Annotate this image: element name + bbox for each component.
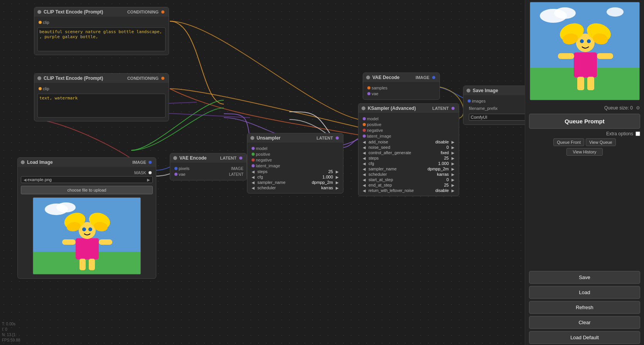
clip-text-encode-1-output-label: CONDITIONING xyxy=(127,10,166,14)
unsampler-row-cfg[interactable]: ◀cfg1.000▶ xyxy=(250,175,340,179)
unsampler-node: Unsampler LATENT model positive negative… xyxy=(247,133,343,194)
refresh-button[interactable]: Refresh xyxy=(529,301,640,314)
svg-point-3 xyxy=(56,202,76,212)
svg-rect-31 xyxy=(577,77,584,90)
gear-icon[interactable]: ⚙ xyxy=(636,105,640,111)
ksampler-row-leftover[interactable]: ◀return_with_leftover_noisedisable▶ xyxy=(362,188,456,193)
svg-rect-13 xyxy=(99,239,112,245)
stat-n: N: 13 [1: xyxy=(2,332,20,338)
clip-text-encode-1-title: CLIP Text Encode (Prompt) xyxy=(44,9,103,15)
svg-rect-4 xyxy=(76,238,99,259)
node-dot-save xyxy=(467,89,470,93)
clip-text-encode-1-textarea[interactable]: beautiful scenery nature glass bottle la… xyxy=(37,27,166,51)
queue-prompt-button[interactable]: Queue Prompt xyxy=(529,114,640,129)
vae-encode-header: VAE Encode LATENT xyxy=(170,153,247,163)
svg-point-24 xyxy=(587,39,591,43)
queue-size-row: Queue size: 0 ⚙ xyxy=(525,102,644,112)
unsampler-row-scheduler[interactable]: ◀schedulerkarras▶ xyxy=(250,185,340,190)
stat-time: T: 0.00s xyxy=(2,321,20,327)
node-dot xyxy=(37,10,41,14)
unsampler-row-steps[interactable]: ◀steps25▶ xyxy=(250,169,340,174)
load-image-preview xyxy=(33,198,141,274)
load-image-title: Load Image xyxy=(27,160,53,165)
svg-rect-15 xyxy=(89,259,95,270)
node-dot-vaee xyxy=(173,156,177,160)
svg-point-20 xyxy=(607,7,624,17)
svg-point-19 xyxy=(554,7,576,19)
ksampler-row-noise-seed[interactable]: ◀noise_seed0▶ xyxy=(362,145,456,150)
ksampler-row-steps[interactable]: ◀steps25▶ xyxy=(362,156,456,160)
vae-encode-body: pixels IMAGE vae LATENT xyxy=(170,163,247,180)
vae-encode-node: VAE Encode LATENT pixels IMAGE vae LATEN… xyxy=(170,153,247,180)
svg-rect-29 xyxy=(558,53,574,59)
svg-point-23 xyxy=(580,39,584,43)
svg-rect-14 xyxy=(79,259,86,270)
vae-decode-output: IMAGE xyxy=(416,75,436,80)
save-image-node: Save Image images filename_prefix xyxy=(463,86,525,125)
ksampler-body: model positive negative latent_image ◀ad… xyxy=(358,113,459,196)
stat-fps: FPS:59.88 xyxy=(2,338,20,343)
node-dot-uns xyxy=(250,136,254,140)
ksampler-row-cfg[interactable]: ◀cfg1.000▶ xyxy=(362,161,456,166)
svg-rect-21 xyxy=(574,52,597,77)
save-button[interactable]: Save xyxy=(529,271,640,284)
unsampler-row-sampler[interactable]: ◀sampler_namedpmpp_2m▶ xyxy=(250,180,340,185)
svg-rect-32 xyxy=(587,77,594,90)
clip-text-encode-2-body: clip text, watermark xyxy=(34,83,169,121)
filename-input[interactable] xyxy=(469,114,525,121)
clip-text-encode-2-textarea[interactable]: text, watermark xyxy=(37,94,166,118)
ksampler-row-scheduler[interactable]: ◀schedulerkarras▶ xyxy=(362,172,456,177)
svg-rect-12 xyxy=(62,239,76,245)
vae-decode-header: VAE Decode IMAGE xyxy=(363,73,439,82)
next-image-btn[interactable]: ▶ xyxy=(146,178,151,182)
extra-options-checkbox[interactable] xyxy=(636,131,640,136)
unsampler-output: LATENT xyxy=(316,136,340,140)
ksampler-row-add-noise[interactable]: ◀add_noisedisable▶ xyxy=(362,140,456,144)
clip-text-encode-2-header: CLIP Text Encode (Prompt) CONDITIONING xyxy=(34,74,169,83)
ksampler-row-start[interactable]: ◀start_at_step0▶ xyxy=(362,177,456,182)
load-default-button[interactable]: Load Default xyxy=(529,331,640,344)
load-image-node: Load Image IMAGE MASK ◀ example.png ▶ ch… xyxy=(17,157,156,279)
ksampler-advanced-node: KSampler (Advanced) LATENT model positiv… xyxy=(358,103,459,196)
save-image-body: images filename_prefix xyxy=(463,95,525,125)
vae-encode-title: VAE Encode xyxy=(179,155,206,161)
load-image-body: MASK ◀ example.png ▶ choose file to uplo… xyxy=(18,167,156,278)
view-history-button[interactable]: View History xyxy=(566,148,603,156)
ksampler-title: KSampler (Advanced) xyxy=(368,106,416,111)
node-dot-vae xyxy=(366,76,370,79)
filename-input-row[interactable] xyxy=(467,112,525,122)
svg-point-7 xyxy=(88,227,92,231)
load-image-header: Load Image IMAGE xyxy=(18,158,156,167)
unsampler-body: model positive negative latent_image ◀st… xyxy=(247,143,343,193)
right-panel-cartoon xyxy=(530,2,640,100)
sub-buttons-row: Queue Front View Queue xyxy=(525,137,644,147)
extra-options-row: Extra options xyxy=(525,130,644,137)
view-queue-button[interactable]: View Queue xyxy=(586,138,616,146)
view-history-row: View History xyxy=(525,147,644,157)
unsampler-header: Unsampler LATENT xyxy=(247,133,343,143)
ksampler-row-end[interactable]: ◀end_at_step25▶ xyxy=(362,183,456,187)
clear-button[interactable]: Clear xyxy=(529,316,640,329)
canvas-area[interactable]: CLIP Text Encode (Prompt) CONDITIONING c… xyxy=(0,0,525,345)
clip-text-encode-node-2: CLIP Text Encode (Prompt) CONDITIONING c… xyxy=(34,73,169,121)
clip-text-encode-2-output: CONDITIONING xyxy=(127,76,166,81)
vae-decode-body: samples vae xyxy=(363,82,439,99)
ksampler-row-sampler[interactable]: ◀sampler_namedpmpp_2m▶ xyxy=(362,167,456,171)
right-panel-preview xyxy=(530,2,640,100)
load-image-output-image: IMAGE xyxy=(132,160,153,165)
node-dot-li xyxy=(21,160,25,164)
ksampler-row-control[interactable]: ◀control_after_generatefixed▶ xyxy=(362,150,456,155)
save-image-header: Save Image xyxy=(463,86,525,95)
image-selector[interactable]: ◀ example.png ▶ xyxy=(21,176,153,183)
choose-file-button[interactable]: choose file to upload xyxy=(21,186,153,194)
load-button[interactable]: Load xyxy=(529,286,640,299)
prev-image-btn[interactable]: ◀ xyxy=(23,178,27,182)
clip-text-encode-2-title: CLIP Text Encode (Prompt) xyxy=(44,76,103,81)
vae-decode-title: VAE Decode xyxy=(372,75,399,80)
clip-text-encode-1-body: clip beautiful scenery nature glass bott… xyxy=(34,17,169,55)
ksampler-output: LATENT xyxy=(432,106,456,111)
node-dot-2 xyxy=(37,76,41,80)
stats-panel: T: 0.00s I: 0 N: 13 [1: FPS:59.88 xyxy=(2,321,20,343)
clip-text-encode-1-header: CLIP Text Encode (Prompt) CONDITIONING xyxy=(34,7,169,17)
queue-front-button[interactable]: Queue Front xyxy=(553,138,584,146)
